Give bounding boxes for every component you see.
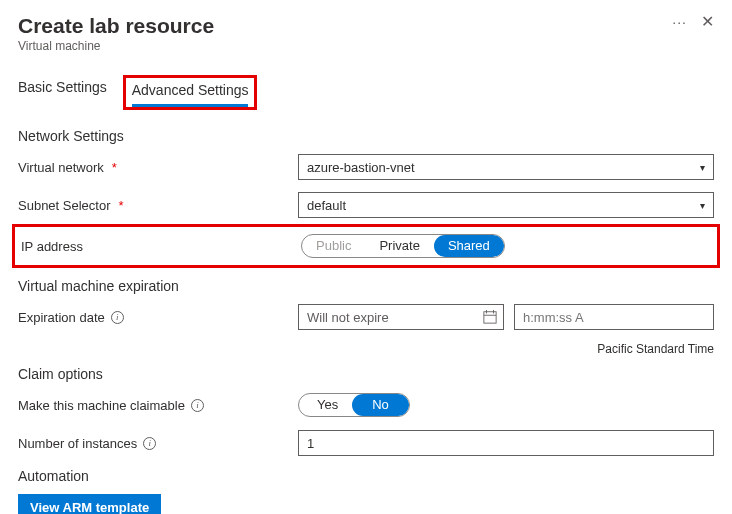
close-icon[interactable]: ✕ bbox=[701, 14, 714, 30]
timezone-label: Pacific Standard Time bbox=[18, 342, 714, 356]
subnet-label: Subnet Selector* bbox=[18, 198, 298, 213]
vnet-label: Virtual network* bbox=[18, 160, 298, 175]
highlight-advanced-tab: Advanced Settings bbox=[123, 75, 258, 110]
page-subtitle: Virtual machine bbox=[18, 39, 214, 53]
ip-address-label: IP address bbox=[21, 239, 301, 254]
calendar-icon bbox=[483, 310, 497, 324]
svg-rect-0 bbox=[484, 312, 496, 323]
page-title: Create lab resource bbox=[18, 14, 214, 38]
claimable-no[interactable]: No bbox=[352, 394, 409, 416]
info-icon[interactable]: i bbox=[111, 311, 124, 324]
section-network: Network Settings bbox=[18, 128, 714, 144]
highlight-ip-row: IP address Public Private Shared bbox=[12, 224, 720, 268]
instances-label: Number of instances bbox=[18, 436, 137, 451]
expiration-date-value: Will not expire bbox=[307, 310, 389, 325]
ip-address-toggle[interactable]: Public Private Shared bbox=[301, 234, 505, 258]
tab-advanced-settings[interactable]: Advanced Settings bbox=[132, 82, 249, 107]
subnet-select[interactable]: default ▾ bbox=[298, 192, 714, 218]
instances-input[interactable] bbox=[298, 430, 714, 456]
vnet-select[interactable]: azure-bastion-vnet ▾ bbox=[298, 154, 714, 180]
expiration-time-input[interactable] bbox=[514, 304, 714, 330]
chevron-down-icon: ▾ bbox=[700, 162, 705, 173]
view-arm-template-button[interactable]: View ARM template bbox=[18, 494, 161, 514]
section-automation: Automation bbox=[18, 468, 714, 484]
ip-option-private[interactable]: Private bbox=[365, 235, 433, 257]
more-options-icon[interactable]: ··· bbox=[672, 14, 687, 30]
claimable-yes[interactable]: Yes bbox=[303, 394, 352, 416]
expiration-date-label: Expiration date bbox=[18, 310, 105, 325]
subnet-value: default bbox=[307, 198, 346, 213]
section-expiration: Virtual machine expiration bbox=[18, 278, 714, 294]
expiration-date-input[interactable]: Will not expire bbox=[298, 304, 504, 330]
info-icon[interactable]: i bbox=[191, 399, 204, 412]
ip-option-public[interactable]: Public bbox=[302, 235, 365, 257]
section-claim: Claim options bbox=[18, 366, 714, 382]
chevron-down-icon: ▾ bbox=[700, 200, 705, 211]
ip-option-shared[interactable]: Shared bbox=[434, 235, 504, 257]
tab-bar: Basic Settings Advanced Settings bbox=[18, 79, 714, 110]
vnet-value: azure-bastion-vnet bbox=[307, 160, 415, 175]
claimable-label: Make this machine claimable bbox=[18, 398, 185, 413]
claimable-toggle[interactable]: Yes No bbox=[298, 393, 410, 417]
info-icon[interactable]: i bbox=[143, 437, 156, 450]
tab-basic-settings[interactable]: Basic Settings bbox=[18, 79, 107, 110]
